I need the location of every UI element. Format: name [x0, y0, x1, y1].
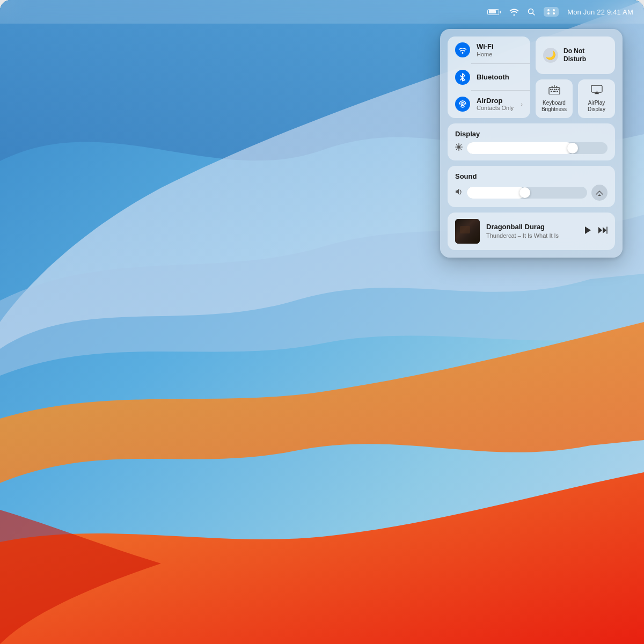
dnd-moon-icon: 🌙 [543, 48, 558, 63]
battery-icon [487, 9, 501, 15]
display-section: Display [448, 123, 615, 160]
play-button[interactable] [584, 226, 591, 236]
airdrop-name: AirDrop [477, 97, 514, 105]
sound-slider-row [455, 185, 608, 201]
search-icon[interactable] [528, 8, 535, 16]
volume-slider[interactable] [467, 187, 587, 199]
svg-point-29 [457, 145, 460, 149]
airdrop-chevron-icon: › [521, 101, 523, 107]
volume-low-icon [455, 188, 463, 196]
svg-rect-18 [552, 89, 553, 90]
skip-forward-button[interactable] [598, 226, 608, 236]
bluetooth-icon [455, 70, 470, 85]
svg-line-3 [533, 13, 535, 16]
airplay-display-toggle[interactable]: AirPlayDisplay [578, 79, 615, 118]
svg-rect-19 [554, 89, 555, 90]
svg-line-26 [552, 86, 553, 87]
svg-rect-23 [553, 91, 555, 92]
sound-title: Sound [455, 172, 608, 180]
quick-toggles: 🌙 Do NotDisturb [536, 36, 615, 118]
svg-rect-17 [550, 89, 552, 90]
wifi-item[interactable]: Wi-Fi Home [448, 36, 530, 64]
svg-rect-22 [551, 91, 552, 92]
svg-line-36 [460, 145, 462, 146]
keyboard-brightness-icon [548, 85, 560, 97]
svg-line-35 [460, 149, 462, 150]
wifi-name: Wi-Fi [477, 42, 523, 51]
menubar: Mon Jun 22 9:41 AM [0, 0, 644, 24]
svg-point-6 [547, 12, 550, 14]
brightness-low-icon [455, 143, 463, 152]
now-playing-section: Dragonball Durag Thundercat – It Is What… [448, 213, 615, 250]
connectivity-block: Wi-Fi Home [448, 36, 530, 118]
bluetooth-text: Bluetooth [477, 73, 523, 82]
small-toggles-row: KeyboardBrightness AirPlayDisplay [536, 79, 615, 118]
wifi-conn-icon [455, 42, 470, 57]
svg-rect-20 [555, 89, 557, 90]
svg-point-7 [553, 12, 555, 14]
dnd-label: Do NotDisturb [564, 47, 586, 63]
album-art-image [455, 219, 480, 244]
wifi-sub: Home [477, 51, 523, 58]
airplay-display-label: AirPlayDisplay [588, 100, 605, 113]
airdrop-text: AirDrop Contacts Only [477, 97, 514, 112]
svg-line-37 [457, 149, 458, 150]
svg-line-34 [457, 145, 458, 146]
playback-controls [584, 226, 608, 236]
do-not-disturb-toggle[interactable]: 🌙 Do NotDisturb [536, 36, 615, 74]
np-title: Dragonball Durag [486, 223, 577, 232]
keyboard-brightness-toggle[interactable]: KeyboardBrightness [536, 79, 573, 118]
sound-section: Sound [448, 166, 615, 207]
control-center-icon[interactable] [544, 7, 559, 17]
airdrop-sub: Contacts Only [477, 105, 514, 112]
menubar-datetime[interactable]: Mon Jun 22 9:41 AM [567, 8, 633, 16]
album-art [455, 219, 480, 244]
mac-frame: Mon Jun 22 9:41 AM Wi-Fi [0, 0, 644, 644]
airplay-audio-button[interactable] [591, 185, 608, 201]
keyboard-brightness-label: KeyboardBrightness [541, 100, 567, 113]
airdrop-item[interactable]: AirDrop Contacts Only › [448, 91, 530, 118]
svg-rect-24 [557, 91, 558, 92]
svg-line-27 [556, 86, 557, 87]
menubar-right: Mon Jun 22 9:41 AM [487, 7, 633, 17]
top-section: Wi-Fi Home [448, 36, 615, 118]
svg-rect-21 [558, 89, 559, 90]
brightness-slider[interactable] [467, 142, 608, 154]
now-playing-info: Dragonball Durag Thundercat – It Is What… [486, 223, 577, 239]
bluetooth-item[interactable]: Bluetooth [448, 64, 530, 91]
bluetooth-name: Bluetooth [477, 73, 523, 82]
svg-point-8 [462, 52, 464, 54]
svg-point-15 [462, 104, 464, 105]
airdrop-icon [455, 97, 470, 112]
display-slider-row [455, 142, 608, 154]
airplay-display-icon [591, 85, 603, 97]
svg-rect-28 [591, 85, 602, 92]
display-title: Display [455, 130, 608, 138]
wifi-icon [509, 8, 519, 16]
np-artist: Thundercat – It Is What It Is [486, 232, 577, 239]
wifi-text: Wi-Fi Home [477, 42, 523, 58]
svg-point-5 [553, 9, 555, 11]
control-center-panel: Wi-Fi Home [440, 29, 623, 258]
svg-point-4 [547, 9, 550, 11]
